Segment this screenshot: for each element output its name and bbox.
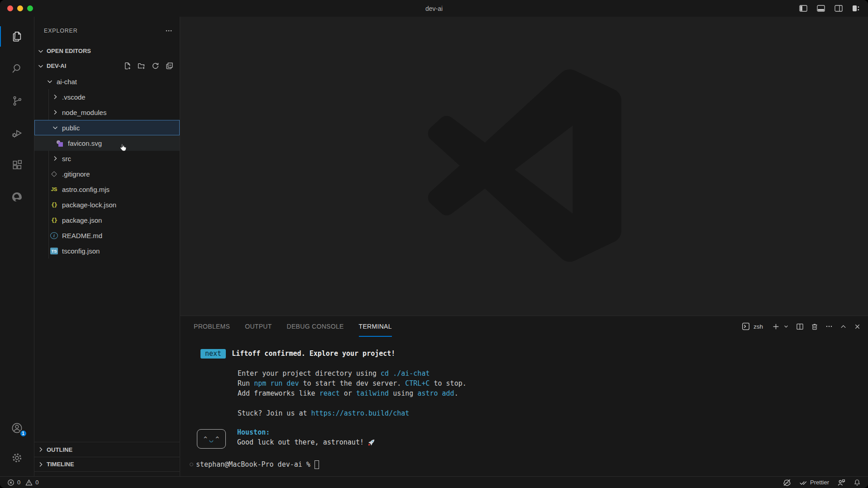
tree-item-package-json[interactable]: {}package.json (34, 212, 180, 228)
tree-item-public[interactable]: public (34, 120, 180, 135)
views-more-actions-icon[interactable] (165, 27, 172, 34)
tree-item-astro-config-mjs[interactable]: JSastro.config.mjs (34, 182, 180, 197)
layout-controls (799, 5, 860, 12)
feedback-status[interactable] (837, 478, 845, 487)
chevron-right-icon (52, 109, 59, 116)
account-badge: 1 (19, 430, 27, 437)
activity-run-debug[interactable] (0, 117, 34, 149)
terminal-banner: next Liftoff confirmed. Explore your pro… (196, 349, 868, 359)
houston-name: Houston: (237, 427, 375, 437)
problems-status[interactable]: 0 0 (7, 479, 41, 486)
tree-item-readme-md[interactable]: iREADME.md (34, 228, 180, 243)
terminal-text: tailwind (356, 389, 389, 397)
terminal-blank-line (196, 398, 868, 408)
astro-next-badge: next (200, 349, 226, 359)
terminal-output[interactable]: next Liftoff confirmed. Explore your pro… (180, 337, 868, 469)
new-terminal-icon[interactable] (772, 323, 780, 330)
activity-extensions[interactable] (0, 149, 34, 181)
file-label: astro.config.mjs (62, 186, 110, 193)
toggle-panel-icon[interactable] (817, 5, 825, 12)
tab-debug-console[interactable]: DEBUG CONSOLE (287, 316, 344, 337)
new-file-icon[interactable] (124, 62, 131, 70)
tab-problems[interactable]: PROBLEMS (194, 316, 230, 337)
terminal-line: Enter your project directory using cd ./… (196, 368, 868, 378)
toggle-primary-sidebar-icon[interactable] (799, 5, 807, 12)
outline-section-header[interactable]: OUTLINE (34, 442, 180, 457)
close-window-button[interactable] (7, 5, 13, 11)
rocket-icon (367, 439, 375, 446)
terminal-text: . (454, 389, 458, 397)
toggle-secondary-sidebar-icon[interactable] (835, 5, 843, 12)
terminal-prompt-line[interactable]: stephan@MacBook-Pro dev-ai % (196, 459, 868, 469)
houston-message: Good luck out there, astronaut! (237, 437, 364, 447)
zoom-window-button[interactable] (27, 5, 33, 11)
bell-icon (854, 479, 861, 486)
chevron-right-icon (52, 93, 59, 100)
tab-output[interactable]: OUTPUT (245, 316, 272, 337)
terminal-text: cd ./ai-chat (381, 369, 429, 378)
terminal-dropdown-chevron-icon[interactable] (783, 324, 789, 329)
terminal-text: react (320, 389, 340, 397)
split-terminal-icon[interactable] (796, 323, 804, 330)
new-folder-icon[interactable] (138, 62, 145, 70)
prettier-status[interactable]: Prettier (799, 478, 829, 487)
terminal-text: npm run dev (254, 379, 299, 388)
chevron-right-icon (37, 446, 44, 453)
copilot-disabled-status[interactable] (783, 478, 791, 487)
file-label: package-lock.json (62, 201, 116, 209)
activity-explorer[interactable] (0, 20, 34, 53)
activity-search[interactable] (0, 53, 34, 85)
notifications-status[interactable] (854, 479, 861, 486)
timeline-label: TIMELINE (47, 461, 74, 468)
tree-item-src[interactable]: src (34, 151, 180, 166)
tree-item--gitignore[interactable]: .gitignore (34, 166, 180, 182)
double-check-icon (799, 478, 807, 487)
tree-item--vscode[interactable]: .vscode (34, 89, 180, 105)
file-label: README.md (62, 232, 102, 239)
tree-item-ai-chat[interactable]: ai-chat (34, 74, 180, 89)
tree-item-favicon-svg[interactable]: favicon.svg (34, 135, 180, 151)
kill-terminal-icon[interactable] (811, 323, 818, 330)
warning-count: 0 (35, 479, 38, 486)
terminal-line: Add frameworks like react or tailwind us… (196, 388, 868, 398)
activity-accounts[interactable]: 1 (0, 413, 34, 443)
tree-item-tsconfig-json[interactable]: TStsconfig.json (34, 243, 180, 258)
minimize-window-button[interactable] (17, 5, 23, 11)
error-count: 0 (17, 479, 20, 486)
close-panel-icon[interactable] (854, 323, 861, 330)
activity-bar: 1 (0, 17, 34, 476)
panel-tabs: PROBLEMS OUTPUT DEBUG CONSOLE TERMINAL (194, 316, 392, 337)
activity-source-control[interactable] (0, 85, 34, 117)
edge-browser-icon (11, 191, 23, 203)
terminal-text: CTRL+C (405, 379, 429, 388)
chevron-down-icon (37, 62, 44, 70)
terminal-text: Stuck? Join us at (238, 409, 311, 417)
bottom-panel: PROBLEMS OUTPUT DEBUG CONSOLE TERMINAL z… (180, 316, 868, 476)
status-bar: 0 0 Prettier (0, 476, 868, 488)
terminal-text: to stop. (429, 379, 466, 388)
title-bar: dev-ai (0, 0, 868, 17)
collapse-all-icon[interactable] (166, 62, 173, 70)
tree-item-node-modules[interactable]: node_modules (34, 105, 180, 120)
editor-empty-area (180, 17, 868, 316)
project-section-header[interactable]: DEV-AI (34, 58, 180, 74)
file-label: tsconfig.json (62, 247, 100, 255)
explorer-sidebar: EXPLORER OPEN EDITORS DEV-AI (34, 17, 180, 476)
tab-terminal[interactable]: TERMINAL (359, 316, 392, 337)
activity-settings[interactable] (0, 443, 34, 473)
terminal-link[interactable]: https://astro.build/chat (311, 409, 410, 417)
houston-face: ^◡^ (197, 429, 226, 449)
file-label: public (62, 124, 80, 132)
source-control-icon (11, 95, 23, 107)
mouse-hand-cursor (118, 142, 129, 153)
customize-layout-icon[interactable] (852, 5, 860, 12)
timeline-section-header[interactable]: TIMELINE (34, 457, 180, 472)
open-editors-header[interactable]: OPEN EDITORS (34, 44, 180, 58)
shell-selector[interactable]: zsh (742, 322, 763, 330)
panel-more-actions-icon[interactable] (825, 323, 833, 330)
activity-edge-tools[interactable] (0, 181, 34, 213)
tree-item-package-lock-json[interactable]: {}package-lock.json (34, 197, 180, 212)
maximize-panel-icon[interactable] (840, 323, 847, 330)
prompt-text: stephan@MacBook-Pro dev-ai % (196, 459, 310, 469)
refresh-icon[interactable] (152, 62, 159, 70)
